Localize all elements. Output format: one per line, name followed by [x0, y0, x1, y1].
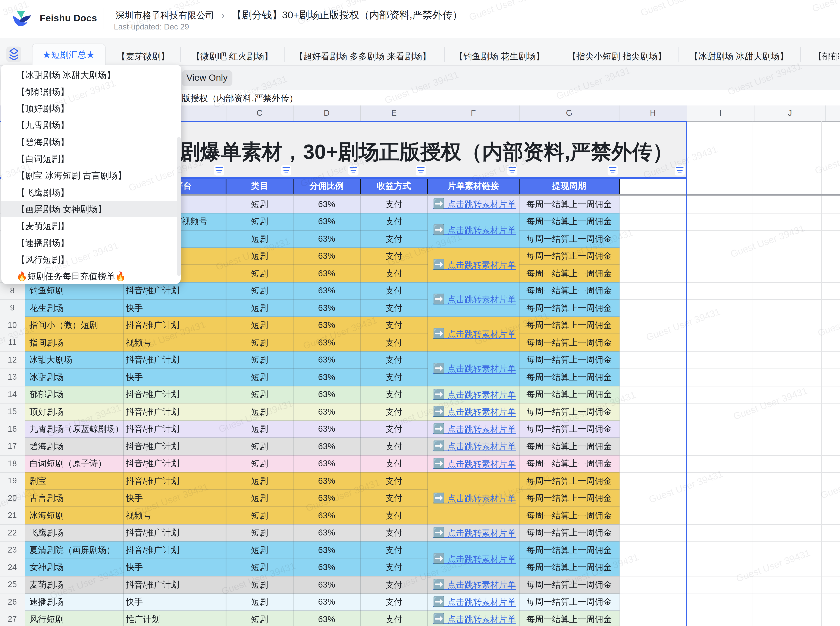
svg-text:Guest User 39431: Guest User 39431 [819, 464, 840, 501]
svg-text:Guest User 39431: Guest User 39431 [813, 139, 840, 176]
svg-text:Guest User 39431: Guest User 39431 [735, 547, 812, 584]
svg-text:Guest User 39431: Guest User 39431 [647, 468, 724, 505]
svg-text:Guest User 39431: Guest User 39431 [816, 302, 840, 339]
svg-text:Guest User 39431: Guest User 39431 [729, 223, 806, 260]
svg-text:Guest User 39431: Guest User 39431 [644, 306, 722, 343]
